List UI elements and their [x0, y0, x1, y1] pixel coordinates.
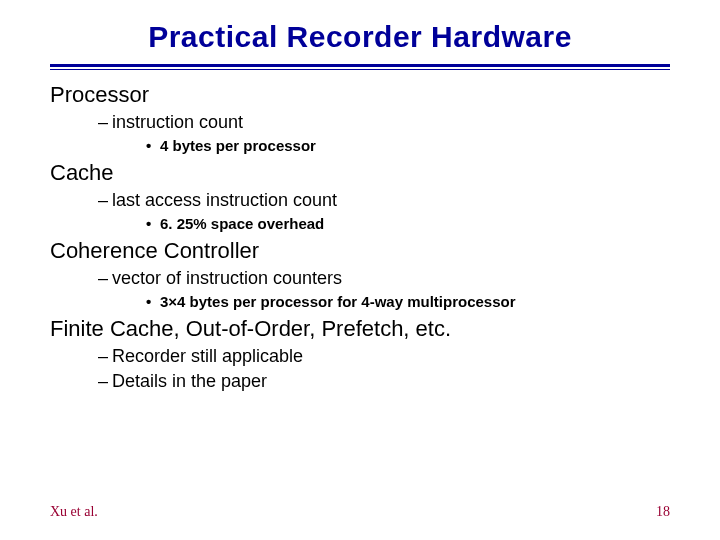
list-item: –vector of instruction counters: [98, 268, 670, 289]
list-item: •3×4 bytes per processor for 4-way multi…: [146, 293, 670, 310]
list-item-label: vector of instruction counters: [112, 268, 342, 288]
list-item-label: 3×4 bytes per processor for 4-way multip…: [160, 293, 516, 310]
list-item-label: Recorder still applicable: [112, 346, 303, 366]
dot-bullet-icon: •: [146, 137, 160, 154]
list-item: –Details in the paper: [98, 371, 670, 392]
list-item: •6. 25% space overhead: [146, 215, 670, 232]
section-heading-coherence: Coherence Controller: [50, 238, 670, 264]
list-item-label: instruction count: [112, 112, 243, 132]
dash-bullet-icon: –: [98, 112, 112, 133]
section-heading-processor: Processor: [50, 82, 670, 108]
dash-bullet-icon: –: [98, 346, 112, 367]
dash-bullet-icon: –: [98, 190, 112, 211]
dot-bullet-icon: •: [146, 293, 160, 310]
list-item-label: Details in the paper: [112, 371, 267, 391]
slide-footer: Xu et al. 18: [50, 504, 670, 520]
list-item: •4 bytes per processor: [146, 137, 670, 154]
section-heading-finite: Finite Cache, Out-of-Order, Prefetch, et…: [50, 316, 670, 342]
list-item-label: 6. 25% space overhead: [160, 215, 324, 232]
footer-author: Xu et al.: [50, 504, 98, 520]
dash-bullet-icon: –: [98, 371, 112, 392]
list-item-label: 4 bytes per processor: [160, 137, 316, 154]
title-underline: [50, 64, 670, 70]
footer-page-number: 18: [656, 504, 670, 520]
dot-bullet-icon: •: [146, 215, 160, 232]
slide: Practical Recorder Hardware Processor –i…: [0, 0, 720, 540]
list-item: –Recorder still applicable: [98, 346, 670, 367]
list-item-label: last access instruction count: [112, 190, 337, 210]
slide-content: Processor –instruction count •4 bytes pe…: [50, 82, 670, 392]
section-heading-cache: Cache: [50, 160, 670, 186]
list-item: –instruction count: [98, 112, 670, 133]
list-item: –last access instruction count: [98, 190, 670, 211]
slide-title: Practical Recorder Hardware: [50, 20, 670, 54]
dash-bullet-icon: –: [98, 268, 112, 289]
